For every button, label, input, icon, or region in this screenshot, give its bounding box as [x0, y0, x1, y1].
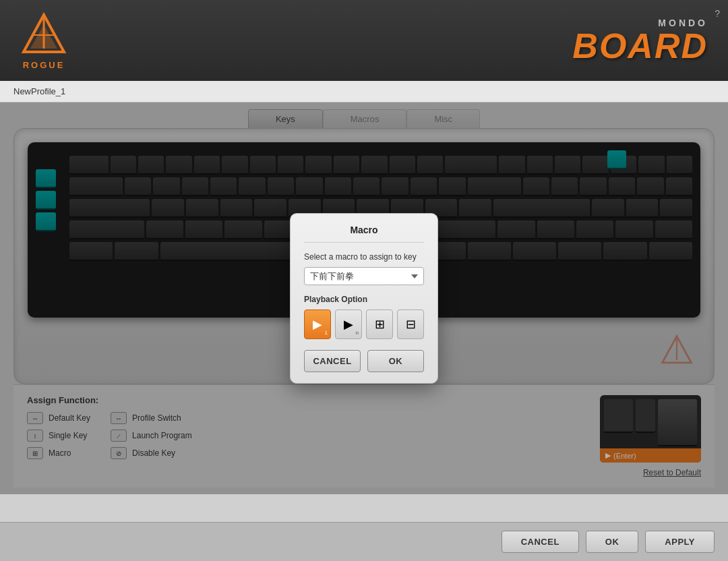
playback-options: ▶ 1 ▶ n ⊞ ⊟ — [304, 309, 424, 339]
logo-area: ROGUE — [20, 11, 67, 70]
help-icon[interactable]: ? — [715, 8, 720, 19]
modal-ok-button[interactable]: OK — [367, 350, 424, 372]
brand-title: MONDO BOARD — [572, 18, 708, 63]
profile-bar: NewProfile_1 — [0, 81, 728, 102]
playback-toggle-button[interactable]: ⊟ — [397, 309, 424, 339]
bottom-bar: CANCEL OK APPLY — [0, 522, 728, 561]
modal-title: Macro — [304, 225, 424, 243]
macro-select[interactable]: 下前下前拳 — [304, 267, 424, 285]
ok-button[interactable]: OK — [586, 531, 639, 553]
modal-actions: CANCEL OK — [304, 350, 424, 372]
cancel-button[interactable]: CANCEL — [502, 531, 579, 553]
header: ROGUE MONDO BOARD ? — [0, 0, 728, 81]
apply-button[interactable]: APPLY — [645, 531, 715, 553]
playback-repeat-button[interactable]: ▶ n — [335, 309, 362, 339]
profile-name: NewProfile_1 — [13, 86, 65, 96]
main-content: Keys Macros Misc — [0, 102, 728, 494]
modal-cancel-button[interactable]: CANCEL — [304, 350, 361, 372]
rogue-label: ROGUE — [23, 60, 65, 70]
playback-label: Playback Option — [304, 295, 424, 304]
rogue-icon — [20, 11, 67, 59]
brand-board: BOARD — [572, 28, 708, 63]
macro-modal: Macro Select a macro to assign to key 下前… — [290, 213, 438, 384]
playback-once-button[interactable]: ▶ 1 — [304, 309, 331, 339]
modal-select-label: Select a macro to assign to key — [304, 252, 424, 262]
playback-hold-button[interactable]: ⊞ — [366, 309, 393, 339]
modal-overlay: Macro Select a macro to assign to key 下前… — [0, 102, 728, 494]
